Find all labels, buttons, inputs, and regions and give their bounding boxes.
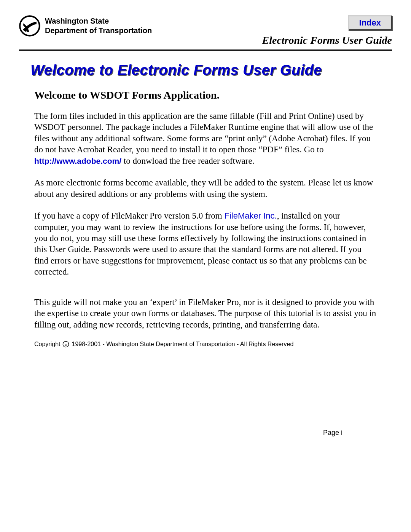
index-button[interactable]: Index [348,15,392,30]
org-line1: Washington State [45,16,152,26]
adobe-link[interactable]: http://www.adobe.com/ [34,157,121,165]
p1-text-b: to donwload the free reader software. [121,156,254,166]
svg-text:c: c [65,342,67,347]
paragraph-4: This guide will not make you an ‘expert’… [34,297,377,330]
page-footer: Page i [323,429,342,437]
section-heading: Welcome to WSDOT Forms Application. [34,89,377,101]
p3-text-a: If you have a copy of FileMaker Pro vers… [34,211,225,220]
logo-block: Washington State Department of Transport… [19,15,152,37]
copyright-text: 1998-2001 - Washington State Department … [72,341,293,348]
org-name: Washington State Department of Transport… [45,16,152,35]
page-number: Page i [323,429,342,436]
p3-text-b: , installed on your computer, you may wa… [34,211,367,276]
copyright-prefix: Copyright [34,341,60,348]
paragraph-3: If you have a copy of FileMaker Pro vers… [34,210,377,278]
page-title: Welcome to Electronic Forms User Guide [30,62,392,78]
main-content: Welcome to WSDOT Forms Application. The … [19,89,392,330]
paragraph-1: The form files included in this applicat… [34,110,377,166]
wsdot-logo-icon [19,15,40,37]
copyright-icon: c [62,341,69,348]
page-header: Washington State Department of Transport… [19,15,392,46]
org-line2: Department of Transportation [45,26,152,35]
p1-text-a: The form files included in this applicat… [34,111,373,154]
header-right: Index Electronic Forms User Guide [262,15,392,46]
filemaker-link[interactable]: FileMaker Inc. [225,211,277,220]
paragraph-2: As more electronic forms become availabl… [34,177,377,200]
header-rule [19,50,392,51]
header-subtitle: Electronic Forms User Guide [262,34,392,46]
copyright: Copyright c 1998-2001 - Washington State… [19,341,392,348]
